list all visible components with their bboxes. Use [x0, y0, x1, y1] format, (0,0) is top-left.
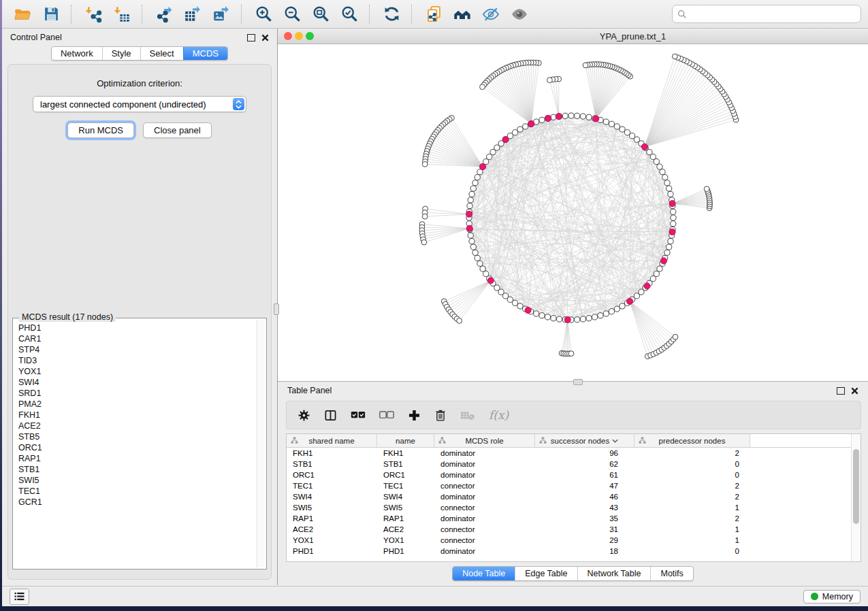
- column-header-successor-nodes[interactable]: successor nodes: [535, 434, 634, 447]
- memory-button[interactable]: Memory: [803, 590, 861, 604]
- mcds-result-item[interactable]: RAP1: [18, 453, 257, 464]
- table-cell: 2: [634, 493, 750, 501]
- mcds-result-item[interactable]: PMA2: [18, 399, 257, 410]
- hide-selected-button[interactable]: [477, 3, 504, 26]
- table-row[interactable]: STB1STB1dominator620: [287, 459, 861, 469]
- checked-boxes-icon: [351, 410, 366, 420]
- zoom-in-button[interactable]: [250, 3, 277, 26]
- share-document-button[interactable]: [420, 3, 447, 26]
- table-row[interactable]: PHD1PHD1dominator180: [287, 546, 861, 557]
- table-row[interactable]: SWI5SWI5connector431: [287, 502, 861, 513]
- table-cell: 35: [535, 514, 634, 523]
- close-panel-icon[interactable]: [851, 387, 858, 395]
- table-cell: PHD1: [377, 547, 434, 555]
- function-builder-button-disabled[interactable]: f(x): [489, 408, 509, 422]
- horizontal-splitter-handle[interactable]: [573, 379, 583, 385]
- table-row[interactable]: SWI4SWI4dominator462: [287, 491, 861, 502]
- show-all-button[interactable]: [506, 3, 533, 26]
- zoom-out-button[interactable]: [278, 3, 306, 26]
- refresh-view-button[interactable]: [378, 3, 405, 26]
- import-network-button[interactable]: [80, 3, 107, 26]
- first-neighbors-button[interactable]: [449, 3, 476, 26]
- mcds-result-item[interactable]: ORC1: [18, 442, 257, 453]
- settings-gear-button[interactable]: [298, 409, 310, 422]
- close-window-light[interactable]: [284, 32, 292, 40]
- search-input[interactable]: [690, 8, 856, 20]
- mcds-result-item[interactable]: ACE2: [18, 420, 257, 431]
- tab-network-table[interactable]: Network Table: [577, 567, 651, 580]
- zoom-selected-button[interactable]: [336, 3, 363, 26]
- unselect-all-button[interactable]: [379, 410, 394, 420]
- table-panel-title: Table Panel: [287, 386, 332, 395]
- run-mcds-button[interactable]: Run MCDS: [67, 122, 134, 138]
- mcds-result-item[interactable]: YOX1: [18, 366, 257, 377]
- select-all-button[interactable]: [351, 410, 366, 420]
- tab-select[interactable]: Select: [140, 47, 183, 60]
- mcds-list-scrollbar[interactable]: [257, 320, 265, 567]
- network-canvas[interactable]: [278, 44, 868, 381]
- column-header-name[interactable]: name: [377, 434, 434, 447]
- export-table-button[interactable]: [179, 3, 206, 26]
- mcds-result-item[interactable]: SWI5: [18, 475, 257, 486]
- tab-network[interactable]: Network: [52, 47, 102, 60]
- mcds-result-item[interactable]: STB1: [18, 464, 257, 475]
- table-cell: TEC1: [377, 482, 434, 490]
- mcds-result-item[interactable]: TID3: [18, 355, 257, 366]
- network-graph[interactable]: [278, 44, 868, 381]
- table-row[interactable]: FKH1FKH1dominator962: [287, 448, 861, 459]
- table-cell: 62: [535, 460, 634, 468]
- export-image-button[interactable]: [208, 3, 235, 26]
- mcds-result-item[interactable]: SRD1: [18, 388, 257, 399]
- table-cell: RAP1: [377, 514, 434, 523]
- mcds-result-item[interactable]: SWI4: [18, 377, 257, 388]
- mcds-result-item[interactable]: STP4: [18, 344, 257, 355]
- open-file-button[interactable]: [9, 3, 36, 26]
- table-row[interactable]: ACE2ACE2connector311: [287, 524, 861, 535]
- tab-edge-table[interactable]: Edge Table: [515, 567, 577, 580]
- float-panel-icon[interactable]: [247, 34, 255, 42]
- mcds-result-item[interactable]: TEC1: [18, 486, 257, 497]
- mcds-result-item[interactable]: STB5: [18, 431, 257, 442]
- criterion-dropdown[interactable]: largest connected component (undirected): [33, 96, 246, 112]
- task-history-button[interactable]: [10, 589, 29, 605]
- tab-node-table[interactable]: Node Table: [453, 567, 515, 580]
- memory-label: Memory: [822, 592, 853, 601]
- save-session-button[interactable]: [37, 3, 65, 26]
- maximize-window-light[interactable]: [306, 32, 314, 40]
- table-scrollbar[interactable]: [851, 434, 861, 561]
- tab-mcds[interactable]: MCDS: [183, 47, 227, 60]
- column-header-mcds-role[interactable]: MCDS role: [434, 434, 535, 447]
- column-header-shared-name[interactable]: shared name: [287, 434, 377, 447]
- close-panel-button[interactable]: Close panel: [143, 122, 212, 138]
- table-cell: 46: [535, 493, 634, 501]
- export-network-button[interactable]: [150, 3, 178, 26]
- zoom-fit-button[interactable]: [307, 3, 334, 26]
- table-row[interactable]: TEC1TEC1connector472: [287, 480, 861, 491]
- search-field[interactable]: [672, 5, 861, 23]
- add-column-button[interactable]: [408, 409, 421, 422]
- node-table[interactable]: shared name name MCDS role: [286, 433, 861, 562]
- vertical-splitter-handle[interactable]: [274, 303, 279, 315]
- mcds-result-list: PHD1CAR1STP4TID3YOX1SWI4SRD1PMA2FKH1ACE2…: [14, 319, 257, 568]
- mcds-result-item[interactable]: GCR1: [18, 497, 257, 508]
- show-columns-button[interactable]: [324, 409, 337, 422]
- delete-column-button[interactable]: [434, 409, 447, 422]
- float-panel-icon[interactable]: [837, 387, 845, 395]
- toolbar-separator: [369, 5, 372, 24]
- tab-motifs[interactable]: Motifs: [650, 567, 692, 580]
- mcds-result-item[interactable]: CAR1: [18, 333, 257, 344]
- mcds-result-item[interactable]: FKH1: [18, 410, 257, 420]
- import-table-button[interactable]: [108, 3, 135, 26]
- delete-table-button-disabled[interactable]: [460, 410, 475, 420]
- table-row[interactable]: ORC1ORC1dominator610: [287, 469, 861, 480]
- table-cell: 29: [535, 536, 634, 544]
- tab-style[interactable]: Style: [102, 47, 140, 60]
- minimize-window-light[interactable]: [295, 32, 303, 40]
- table-row[interactable]: YOX1YOX1connector291: [287, 535, 861, 546]
- mcds-result-item[interactable]: PHD1: [18, 323, 257, 333]
- network-window-titlebar[interactable]: YPA_prune.txt_1: [278, 29, 868, 44]
- close-panel-icon[interactable]: [261, 34, 269, 42]
- table-scrollbar-thumb[interactable]: [853, 449, 859, 524]
- table-row[interactable]: RAP1RAP1dominator352: [287, 513, 861, 524]
- column-header-predecessor-nodes[interactable]: predecessor nodes: [634, 434, 750, 447]
